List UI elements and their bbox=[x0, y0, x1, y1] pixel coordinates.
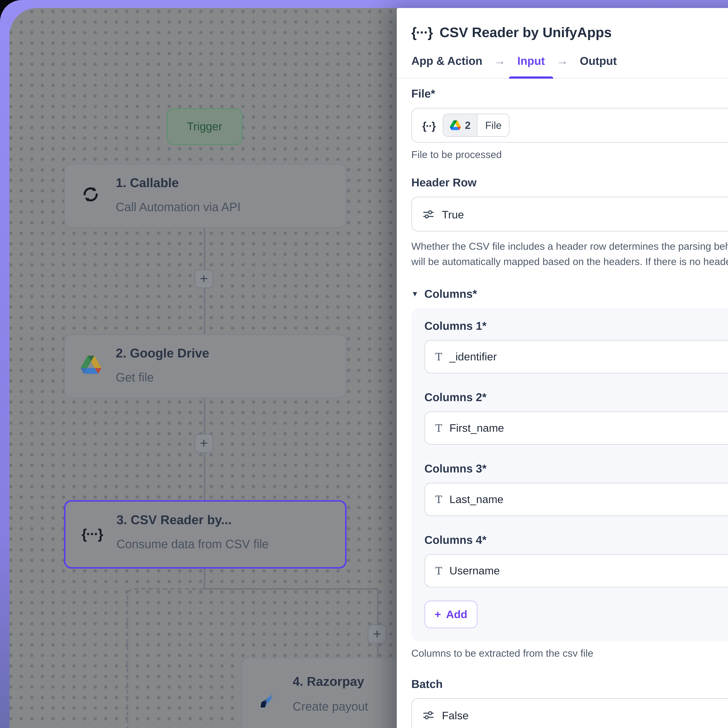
node-subtitle: Create payout bbox=[293, 700, 368, 713]
connector-line bbox=[204, 398, 205, 434]
connector-line bbox=[204, 228, 205, 269]
razorpay-icon bbox=[258, 690, 277, 712]
column-value-input[interactable]: T _identifier bbox=[424, 340, 728, 373]
columns-section-header[interactable]: ▼ Columns* bbox=[411, 288, 728, 301]
config-panel: {···} CSV Reader by UnifyApps App & Acti… bbox=[397, 8, 728, 728]
connector-line bbox=[204, 288, 205, 334]
batch-select[interactable]: False bbox=[411, 698, 728, 728]
braces-icon: {···} bbox=[81, 526, 102, 542]
column-value-input[interactable]: T First_name bbox=[424, 411, 728, 445]
trigger-badge[interactable]: Trigger bbox=[167, 109, 242, 145]
collapse-triangle-icon: ▼ bbox=[411, 290, 419, 298]
tab-input[interactable]: Input bbox=[517, 55, 545, 68]
column-item: Columns 1* T _identifier bbox=[424, 320, 728, 373]
node-title: 3. CSV Reader by... bbox=[116, 512, 232, 528]
columns-help: Columns to be extracted from the csv fil… bbox=[411, 648, 728, 659]
sliders-icon bbox=[422, 208, 434, 220]
arrow-icon: → bbox=[494, 55, 506, 68]
add-label: Add bbox=[446, 608, 467, 620]
column-value-input[interactable]: T Last_name bbox=[424, 483, 728, 516]
braces-icon: {··} bbox=[422, 119, 435, 132]
loop-dashed-path bbox=[127, 588, 205, 728]
sliders-icon bbox=[422, 709, 434, 722]
column-value: First_name bbox=[450, 422, 504, 434]
node-title: 1. Callable bbox=[116, 176, 179, 191]
column-item-label: Columns 1* bbox=[424, 320, 486, 333]
text-type-icon: T bbox=[435, 422, 442, 434]
column-value: Username bbox=[450, 564, 500, 577]
column-item: Columns 2* T First_name bbox=[424, 391, 728, 445]
text-type-icon: T bbox=[435, 494, 442, 505]
column-item-label: Columns 3* bbox=[424, 462, 486, 475]
panel-header: {···} CSV Reader by UnifyApps App & Acti… bbox=[397, 8, 728, 79]
google-drive-icon bbox=[450, 120, 460, 130]
braces-icon: {···} bbox=[411, 25, 432, 41]
node-subtitle: Consume data from CSV file bbox=[116, 537, 269, 551]
column-item: Columns 3* T Last_name bbox=[424, 462, 728, 516]
tab-output[interactable]: Output bbox=[580, 55, 617, 68]
add-step-button[interactable]: + bbox=[194, 434, 213, 453]
node-callable[interactable]: 1. Callable Call Automation via API bbox=[64, 164, 347, 228]
file-label: File* bbox=[411, 87, 728, 101]
step-tabs: App & Action → Input → Output bbox=[397, 55, 728, 79]
plus-icon: + bbox=[373, 626, 381, 641]
screenshot-root: + + + + + Trigger 1. Callable Call Au bbox=[0, 0, 728, 728]
branch-line bbox=[204, 588, 378, 590]
header-row-label: Header Row bbox=[411, 176, 728, 189]
column-item-label: Columns 2* bbox=[424, 391, 486, 404]
column-item-label: Columns 4* bbox=[424, 534, 486, 547]
panel-body: File* {··} 2 Fil bbox=[397, 79, 728, 728]
add-step-button[interactable]: + bbox=[194, 269, 213, 288]
text-type-icon: T bbox=[435, 565, 442, 577]
plus-icon: + bbox=[200, 271, 208, 286]
header-row-select[interactable]: True bbox=[411, 197, 728, 231]
header-row-description: Whether the CSV file includes a header r… bbox=[411, 239, 728, 270]
node-subtitle: Get file bbox=[116, 370, 154, 384]
chip-count: 2 bbox=[465, 119, 471, 131]
column-value: _identifier bbox=[450, 350, 497, 363]
file-value-chip[interactable]: 2 File bbox=[442, 113, 509, 137]
panel-title: CSV Reader by UnifyApps bbox=[440, 25, 612, 41]
batch-value: False bbox=[442, 709, 468, 722]
google-drive-icon bbox=[81, 356, 101, 377]
column-item: Columns 4* T Username bbox=[424, 534, 728, 587]
add-column-button[interactable]: + Add bbox=[424, 601, 477, 628]
connector-line bbox=[204, 453, 205, 500]
column-value-input[interactable]: T Username bbox=[424, 554, 728, 587]
arrow-icon: → bbox=[557, 55, 568, 68]
tab-app-action[interactable]: App & Action bbox=[411, 55, 482, 68]
trigger-label: Trigger bbox=[187, 120, 222, 133]
node-google-drive[interactable]: 2. Google Drive Get file bbox=[64, 334, 347, 398]
plus-icon: + bbox=[200, 435, 208, 451]
columns-group: Columns 1* T _identifier Colum bbox=[411, 308, 728, 641]
header-row-value: True bbox=[442, 208, 464, 220]
refresh-icon bbox=[81, 185, 101, 207]
column-value: Last_name bbox=[450, 493, 503, 505]
text-type-icon: T bbox=[435, 351, 442, 362]
node-title: 2. Google Drive bbox=[116, 346, 209, 361]
node-title: 4. Razorpay bbox=[293, 674, 364, 690]
plus-icon: + bbox=[434, 608, 441, 620]
node-csv-reader[interactable]: {···} 3. CSV Reader by... Consume data f… bbox=[64, 500, 347, 569]
connector-line bbox=[204, 569, 205, 589]
chip-label: File bbox=[477, 114, 509, 136]
add-step-button[interactable]: + bbox=[368, 625, 387, 644]
file-help: File to be processed bbox=[411, 149, 728, 160]
file-input[interactable]: {··} 2 File bbox=[411, 108, 728, 143]
batch-label: Batch bbox=[411, 678, 728, 691]
columns-label: Columns* bbox=[424, 288, 477, 301]
node-subtitle: Call Automation via API bbox=[116, 200, 241, 214]
